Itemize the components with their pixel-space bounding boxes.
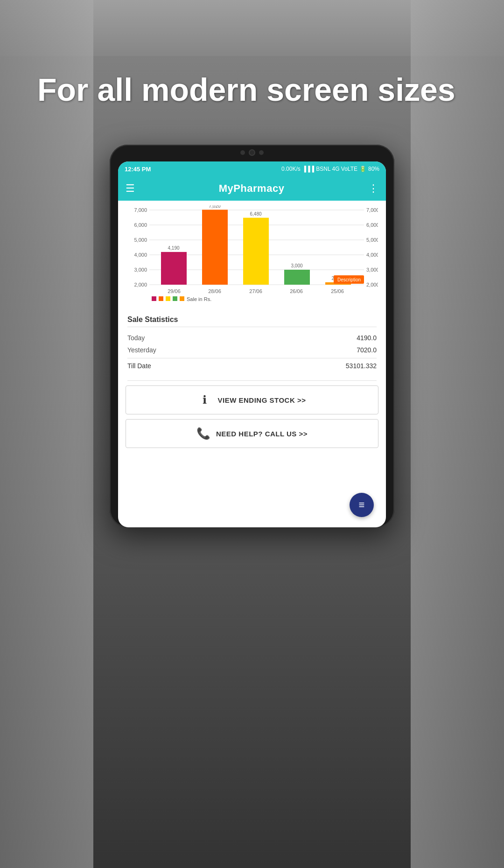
need-help-label: NEED HELP? CALL US >>	[216, 430, 308, 438]
svg-rect-29	[152, 296, 156, 301]
status-right: 0.00K/s ▐▐▐ BSNL 4G VoLTE 🔋 80%	[281, 166, 379, 172]
svg-text:5,000: 5,000	[134, 237, 147, 243]
view-ending-stock-button[interactable]: ℹ VIEW ENDING STOCK >>	[126, 385, 378, 414]
yesterday-value: 7020.0	[357, 346, 377, 354]
bar-27-06	[243, 218, 269, 285]
till-date-value: 53101.332	[346, 362, 377, 370]
network-speed: 0.00K/s	[281, 166, 301, 172]
shelf-right-bg	[411, 0, 504, 868]
more-options-icon[interactable]: ⋮	[368, 182, 378, 195]
svg-text:2,000: 2,000	[366, 282, 378, 287]
battery-icon: 🔋	[359, 166, 366, 172]
info-icon: ℹ	[198, 393, 211, 406]
svg-text:Description: Description	[337, 277, 361, 282]
chart-area: 7,000 6,000 5,000 4,000 3,000 2,000 7,00…	[118, 201, 386, 308]
need-help-button[interactable]: 📞 NEED HELP? CALL US >>	[126, 419, 378, 448]
stats-row-till-date: Till Date 53101.332	[127, 358, 377, 372]
svg-text:7,000: 7,000	[366, 207, 378, 213]
camera-dot-main	[249, 149, 255, 156]
app-bar: ☰ MyPharmacy ⋮	[118, 176, 386, 201]
svg-text:25/06: 25/06	[331, 288, 344, 294]
today-value: 4190.0	[357, 334, 377, 342]
status-bar: 12:45 PM 0.00K/s ▐▐▐ BSNL 4G VoLTE 🔋 80%	[118, 161, 386, 176]
app-title: MyPharmacy	[219, 182, 285, 195]
svg-text:5,000: 5,000	[366, 237, 378, 243]
headline-text: For all modern screen sizes	[37, 72, 467, 107]
svg-text:4,000: 4,000	[366, 252, 378, 258]
svg-text:7,020: 7,020	[209, 205, 220, 209]
svg-text:4,190: 4,190	[168, 245, 179, 251]
svg-text:29/06: 29/06	[168, 288, 181, 294]
tablet-screen: 12:45 PM 0.00K/s ▐▐▐ BSNL 4G VoLTE 🔋 80%…	[118, 161, 386, 527]
svg-rect-33	[180, 296, 184, 301]
svg-text:2,000: 2,000	[134, 282, 147, 287]
divider-1	[127, 380, 377, 381]
view-ending-stock-label: VIEW ENDING STOCK >>	[218, 396, 306, 404]
status-time: 12:45 PM	[125, 166, 151, 173]
tablet-device: 12:45 PM 0.00K/s ▐▐▐ BSNL 4G VoLTE 🔋 80%…	[110, 145, 394, 527]
svg-text:7,000: 7,000	[134, 207, 147, 213]
carrier-name: BSNL 4G VoLTE	[316, 166, 357, 172]
svg-text:4,000: 4,000	[134, 252, 147, 258]
yesterday-label: Yesterday	[127, 346, 156, 354]
fab-icon: ≡	[359, 499, 365, 511]
svg-text:26/06: 26/06	[290, 288, 303, 294]
svg-text:27/06: 27/06	[249, 288, 262, 294]
stats-section: Sale Statistics Today 4190.0 Yesterday 7…	[118, 308, 386, 378]
today-label: Today	[127, 334, 145, 342]
bar-26-06	[284, 270, 310, 285]
bar-28-06	[202, 210, 228, 285]
shelf-left-bg	[0, 0, 93, 868]
svg-text:Sale in Rs.: Sale in Rs.	[187, 296, 211, 302]
camera-dot-left	[240, 150, 245, 155]
till-date-label: Till Date	[127, 362, 151, 370]
fab-button[interactable]: ≡	[350, 493, 374, 517]
tablet-camera-area	[240, 149, 264, 156]
screen-content: 7,000 6,000 5,000 4,000 3,000 2,000 7,00…	[118, 201, 386, 527]
menu-icon[interactable]: ☰	[126, 182, 135, 195]
svg-text:3,000: 3,000	[291, 263, 302, 268]
stats-title: Sale Statistics	[127, 315, 377, 327]
svg-text:6,000: 6,000	[366, 222, 378, 228]
tablet-frame: 12:45 PM 0.00K/s ▐▐▐ BSNL 4G VoLTE 🔋 80%…	[110, 145, 394, 527]
svg-text:3,000: 3,000	[134, 267, 147, 273]
svg-rect-30	[159, 296, 163, 301]
camera-dot-right	[259, 150, 264, 155]
stats-row-today: Today 4190.0	[127, 332, 377, 344]
bar-29-06	[161, 252, 187, 285]
bar-chart: 7,000 6,000 5,000 4,000 3,000 2,000 7,00…	[124, 205, 378, 303]
svg-rect-31	[166, 296, 170, 301]
stats-row-yesterday: Yesterday 7020.0	[127, 344, 377, 356]
svg-text:6,480: 6,480	[250, 211, 261, 217]
svg-text:6,000: 6,000	[134, 222, 147, 228]
svg-text:28/06: 28/06	[208, 288, 221, 294]
battery-percent: 80%	[368, 166, 379, 172]
svg-text:3,000: 3,000	[366, 267, 378, 273]
phone-icon: 📞	[196, 427, 210, 440]
svg-rect-32	[173, 296, 177, 301]
signal-icon: ▐▐▐	[302, 166, 315, 172]
